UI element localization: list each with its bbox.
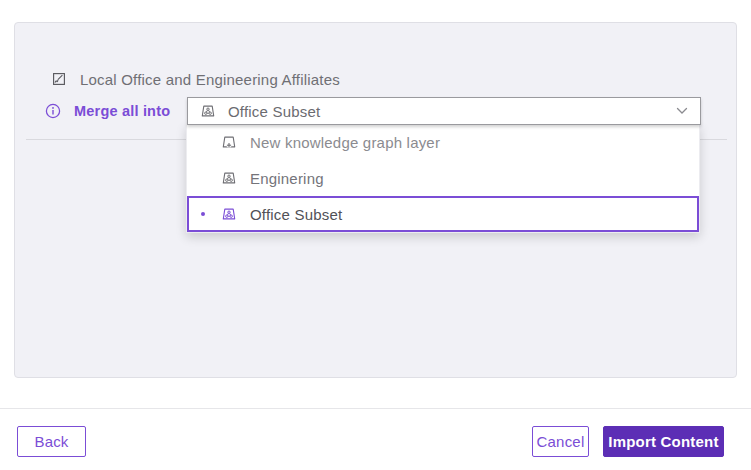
merge-all-into-label: Merge all into xyxy=(74,103,170,119)
option-office-subset[interactable]: Office Subset xyxy=(187,196,699,232)
knowledge-graph-layer-icon xyxy=(221,170,237,186)
option-new-knowledge-graph-layer[interactable]: New knowledge graph layer xyxy=(187,124,699,160)
content-item-label: Local Office and Engineering Affiliates xyxy=(80,71,340,88)
merge-row: Merge all into xyxy=(45,103,170,119)
import-dialog: Local Office and Engineering Affiliates … xyxy=(0,0,751,470)
merge-target-select[interactable]: Office Subset xyxy=(187,97,701,125)
sketch-layer-icon xyxy=(51,71,67,87)
knowledge-graph-layer-icon xyxy=(221,206,237,222)
knowledge-graph-layer-icon xyxy=(200,103,216,119)
chevron-down-icon xyxy=(676,107,688,115)
option-label: Office Subset xyxy=(250,206,342,223)
select-value: Office Subset xyxy=(228,103,664,120)
cancel-button[interactable]: Cancel xyxy=(532,426,589,457)
option-label: New knowledge graph layer xyxy=(250,134,440,151)
merge-target-listbox: New knowledge graph layer Enginering Off… xyxy=(186,124,700,233)
content-item-row: Local Office and Engineering Affiliates xyxy=(51,69,340,89)
selected-option-bullet xyxy=(201,212,205,216)
back-button[interactable]: Back xyxy=(17,426,86,457)
option-enginering[interactable]: Enginering xyxy=(187,160,699,196)
import-content-button[interactable]: Import Content xyxy=(603,426,724,457)
new-knowledge-graph-layer-icon xyxy=(221,134,237,150)
footer-divider xyxy=(0,408,751,409)
option-label: Enginering xyxy=(250,170,324,187)
info-icon[interactable] xyxy=(45,103,61,119)
